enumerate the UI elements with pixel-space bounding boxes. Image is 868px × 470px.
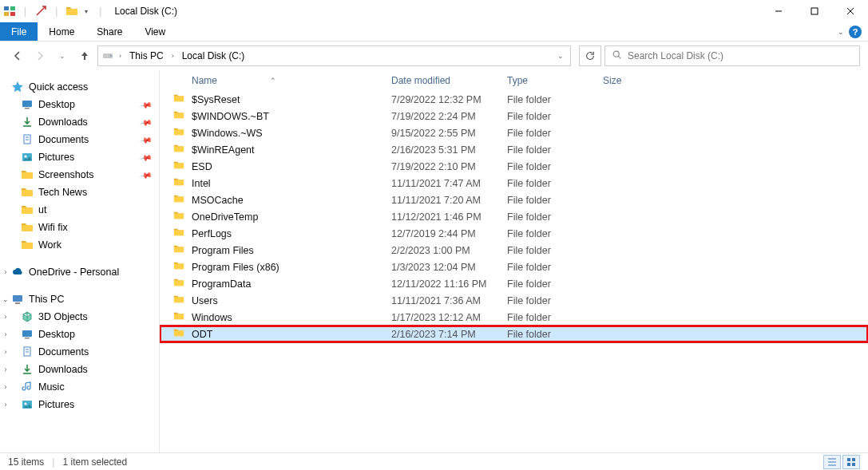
table-row[interactable]: $WinREAgent2/16/2023 5:31 PMFile folder [160, 141, 868, 158]
help-button[interactable]: ? [849, 26, 862, 38]
table-row[interactable]: Intel11/11/2021 7:47 AMFile folder [160, 175, 868, 192]
ribbon-expand-icon[interactable]: ⌄ [838, 28, 844, 36]
file-date: 7/29/2022 12:32 PM [391, 94, 507, 105]
cloud-icon [11, 266, 24, 278]
view-details-button[interactable] [823, 455, 841, 469]
file-name: PerfLogs [192, 228, 232, 239]
table-row[interactable]: MSOCache11/11/2021 7:20 AMFile folder [160, 192, 868, 208]
svg-rect-4 [4, 12, 9, 16]
qat-dropdown-icon[interactable]: ▾ [81, 8, 91, 15]
file-type: File folder [507, 245, 603, 256]
sidebar-item-label: Tech News [38, 187, 87, 198]
sidebar-quick-access[interactable]: Quick access [0, 78, 159, 96]
refresh-button[interactable] [579, 45, 601, 66]
sidebar-item[interactable]: Screenshots📌 [0, 166, 159, 184]
folder-icon [172, 327, 185, 341]
sidebar-item[interactable]: ut [0, 201, 159, 219]
chevron-right-icon[interactable]: › [2, 313, 10, 321]
search-input[interactable]: Search Local Disk (C:) [604, 45, 860, 66]
file-date: 11/11/2021 7:47 AM [391, 178, 507, 189]
table-row[interactable]: $Windows.~WS9/15/2022 2:55 PMFile folder [160, 124, 868, 141]
tab-file[interactable]: File [0, 22, 38, 41]
table-row[interactable]: $SysReset7/29/2022 12:32 PMFile folder [160, 91, 868, 108]
forward-button[interactable] [30, 46, 50, 65]
app-icon [3, 5, 16, 18]
navigation-pane: Quick access Desktop📌Downloads📌Documents… [0, 70, 160, 452]
up-button[interactable] [75, 46, 94, 65]
window-title: Local Disk (C:) [114, 6, 177, 17]
sidebar-item[interactable]: ›Desktop [0, 326, 159, 343]
sidebar-this-pc[interactable]: ⌄ This PC [0, 290, 159, 308]
table-row[interactable]: ProgramData12/11/2022 11:16 PMFile folde… [160, 275, 868, 292]
sidebar-item-label: Music [38, 381, 65, 393]
table-row[interactable]: Program Files (x86)1/3/2023 12:04 PMFile… [160, 259, 868, 275]
table-row[interactable]: OneDriveTemp11/12/2021 1:46 PMFile folde… [160, 208, 868, 225]
tab-share[interactable]: Share [85, 22, 133, 41]
tab-home[interactable]: Home [38, 22, 85, 41]
chevron-right-icon[interactable]: › [2, 365, 10, 373]
chevron-right-icon[interactable]: › [2, 330, 10, 338]
column-headers: Name ⌃ Date modified Type Size [160, 70, 868, 91]
sidebar-item[interactable]: ›Music [0, 378, 159, 396]
chevron-right-icon[interactable]: › [2, 383, 10, 391]
chevron-right-icon[interactable]: › [119, 52, 121, 60]
sidebar-item[interactable]: Downloads📌 [0, 113, 159, 131]
tab-view[interactable]: View [133, 22, 176, 41]
file-type: File folder [507, 195, 603, 206]
column-header-type[interactable]: Type [507, 75, 603, 86]
svg-point-12 [613, 51, 619, 57]
file-type: File folder [507, 144, 603, 156]
chevron-right-icon[interactable]: › [172, 52, 174, 60]
sidebar-item[interactable]: ›Documents [0, 343, 159, 361]
breadcrumb-drive[interactable]: Local Disk (C:) [179, 50, 248, 61]
maximize-button[interactable] [796, 0, 832, 22]
sidebar-item-label: Downloads [38, 364, 88, 375]
chevron-right-icon[interactable]: › [2, 348, 10, 356]
qat-properties-icon[interactable] [34, 5, 47, 18]
sidebar-onedrive[interactable]: › OneDrive - Personal [0, 263, 159, 281]
table-row[interactable]: ODT2/16/2023 7:14 PMFile folder [160, 326, 868, 342]
downloads-icon [21, 116, 34, 128]
file-type: File folder [507, 312, 603, 323]
table-row[interactable]: Program Files2/2/2023 1:00 PMFile folder [160, 242, 868, 259]
address-bar[interactable]: › This PC › Local Disk (C:) ⌄ [97, 45, 571, 66]
sidebar-item[interactable]: ›Pictures [0, 396, 159, 413]
pin-icon: 📌 [140, 98, 153, 111]
svg-rect-23 [25, 338, 30, 339]
column-header-date[interactable]: Date modified [391, 75, 507, 86]
file-name: Program Files [192, 245, 254, 256]
table-row[interactable]: $WINDOWS.~BT7/19/2022 2:24 PMFile folder [160, 108, 868, 124]
column-header-name[interactable]: Name ⌃ [192, 75, 391, 86]
svg-rect-34 [852, 458, 855, 461]
table-row[interactable]: PerfLogs12/7/2019 2:44 PMFile folder [160, 225, 868, 242]
sidebar-item[interactable]: Pictures📌 [0, 148, 159, 166]
file-date: 11/11/2021 7:20 AM [391, 195, 507, 206]
back-button[interactable] [8, 46, 27, 65]
table-row[interactable]: Users11/11/2021 7:36 AMFile folder [160, 292, 868, 309]
chevron-down-icon[interactable]: ⌄ [2, 295, 10, 303]
file-date: 2/16/2023 5:31 PM [391, 144, 507, 156]
file-name: $WINDOWS.~BT [192, 111, 269, 122]
sidebar-item-label: Wifi fix [38, 222, 68, 233]
sidebar-item[interactable]: Tech News [0, 184, 159, 201]
close-button[interactable] [832, 0, 868, 22]
column-header-size[interactable]: Size [603, 75, 667, 86]
sidebar-item[interactable]: Desktop📌 [0, 96, 159, 113]
table-row[interactable]: ESD7/19/2022 2:10 PMFile folder [160, 158, 868, 175]
minimize-button[interactable] [760, 0, 796, 22]
svg-rect-7 [811, 8, 818, 14]
view-large-button[interactable] [842, 455, 860, 469]
chevron-right-icon[interactable]: › [2, 268, 10, 276]
breadcrumb-thispc[interactable]: This PC [126, 50, 167, 61]
chevron-right-icon[interactable]: › [2, 401, 10, 409]
address-dropdown-icon[interactable]: ⌄ [557, 52, 564, 60]
recent-dropdown[interactable]: ⌄ [53, 46, 72, 65]
sidebar-item[interactable]: ›Downloads [0, 361, 159, 378]
sidebar-item[interactable]: Work [0, 236, 159, 254]
file-type: File folder [507, 278, 603, 290]
table-row[interactable]: Windows1/17/2023 12:12 AMFile folder [160, 309, 868, 326]
sidebar-item[interactable]: Documents📌 [0, 131, 159, 148]
sidebar-item[interactable]: ›3D Objects [0, 308, 159, 326]
sidebar-item[interactable]: Wifi fix [0, 219, 159, 236]
nav-row: ⌄ › This PC › Local Disk (C:) ⌄ Search L… [0, 41, 868, 70]
